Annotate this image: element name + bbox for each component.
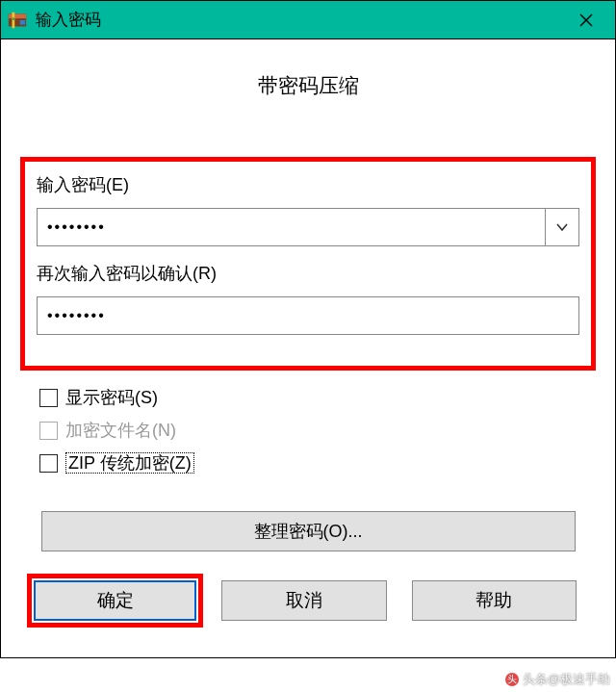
encrypt-names-label: 加密文件名(N): [65, 419, 176, 442]
chevron-down-icon: [555, 220, 569, 234]
help-button[interactable]: 帮助: [412, 580, 577, 621]
dialog-body: 带密码压缩 输入密码(E) 再次输入密码以确认(R) 显示密码(S): [1, 39, 615, 657]
window-title: 输入密码: [36, 9, 101, 31]
options-group: 显示密码(S) 加密文件名(N) ZIP 传统加密(Z): [20, 380, 596, 505]
confirm-password-wrap: [37, 296, 579, 335]
close-icon: [579, 13, 593, 27]
zip-legacy-label: ZIP 传统加密(Z): [65, 451, 194, 474]
zip-legacy-checkbox[interactable]: [39, 454, 58, 473]
password-section-highlight: 输入密码(E) 再次输入密码以确认(R): [20, 157, 596, 371]
ok-button[interactable]: 确定: [34, 580, 196, 621]
zip-legacy-row: ZIP 传统加密(Z): [39, 451, 577, 474]
titlebar-left: 输入密码: [7, 9, 101, 31]
password-label: 输入密码(E): [37, 173, 579, 196]
watermark-text: 头条@极速手助: [523, 671, 610, 688]
password-dropdown-button[interactable]: [545, 208, 579, 246]
cancel-button[interactable]: 取消: [221, 580, 386, 621]
organize-passwords-button[interactable]: 整理密码(O)...: [41, 511, 576, 551]
password-combo: [37, 208, 579, 246]
confirm-password-input[interactable]: [37, 296, 579, 335]
show-password-label: 显示密码(S): [65, 386, 158, 409]
encrypt-names-row: 加密文件名(N): [39, 419, 577, 442]
ok-button-highlight: 确定: [27, 574, 203, 628]
page-title: 带密码压缩: [20, 72, 596, 99]
titlebar: 输入密码: [1, 1, 615, 39]
watermark-icon: 头: [505, 673, 519, 686]
watermark: 头 头条@极速手助: [505, 671, 610, 688]
password-input[interactable]: [37, 208, 545, 246]
dialog-buttons: 确定 取消 帮助: [20, 551, 596, 638]
svg-rect-4: [20, 20, 26, 25]
close-button[interactable]: [557, 1, 615, 39]
dialog-window: 输入密码 带密码压缩 输入密码(E) 再次输入密码以确认(R): [0, 0, 616, 658]
winrar-icon: [7, 10, 28, 31]
encrypt-names-checkbox: [39, 422, 58, 440]
show-password-row: 显示密码(S): [39, 386, 577, 409]
svg-rect-1: [9, 13, 26, 18]
svg-rect-3: [13, 17, 15, 20]
show-password-checkbox[interactable]: [39, 389, 58, 407]
confirm-password-label: 再次输入密码以确认(R): [37, 262, 579, 285]
